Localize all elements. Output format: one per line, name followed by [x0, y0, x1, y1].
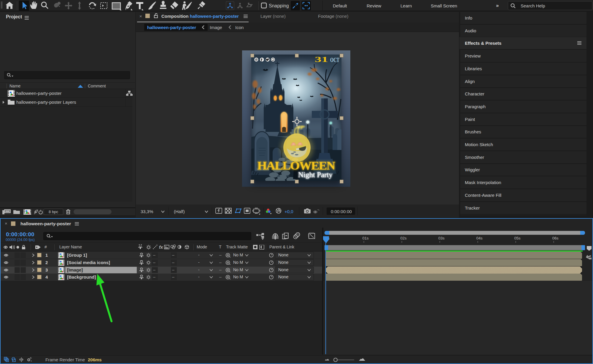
svg-text:31: 31	[315, 55, 328, 64]
svg-text:OCT: OCT	[330, 56, 339, 63]
svg-text:Snapping: Snapping	[269, 3, 289, 8]
svg-text:fx: fx	[159, 245, 163, 250]
svg-text:Night Party: Night Party	[298, 171, 333, 179]
svg-text:HALLOWEEN: HALLOWEEN	[257, 159, 336, 172]
